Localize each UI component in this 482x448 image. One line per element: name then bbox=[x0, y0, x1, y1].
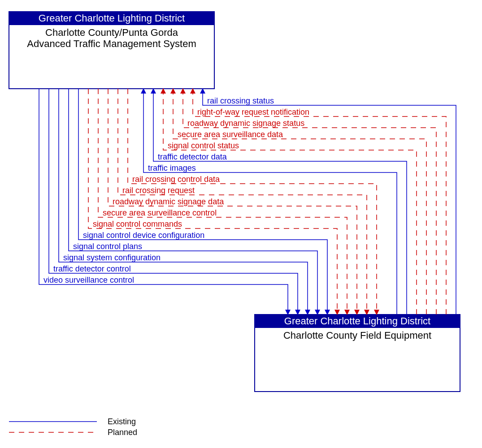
legend-planned-label: Planned bbox=[108, 428, 137, 437]
flow-label: rail crossing status bbox=[207, 96, 274, 105]
top-entity-header: Greater Charlotte Lighting District bbox=[39, 13, 185, 24]
flow-label: signal control plans bbox=[73, 242, 142, 251]
bottom-entity-header: Greater Charlotte Lighting District bbox=[284, 315, 430, 327]
legend-existing-label: Existing bbox=[108, 417, 136, 426]
top-entity-body-line1: Charlotte County/Punta Gorda bbox=[45, 27, 178, 38]
bottom-entity-box: Greater Charlotte Lighting District Char… bbox=[255, 314, 460, 392]
flow-label: traffic detector data bbox=[158, 152, 227, 161]
flow-label: roadway dynamic signage status bbox=[187, 119, 304, 128]
flow-label: roadway dynamic signage data bbox=[113, 197, 224, 206]
flow-label: video surveillance control bbox=[43, 276, 134, 284]
legend: Existing Planned bbox=[9, 417, 137, 437]
top-entity-body-line2: Advanced Traffic Management System bbox=[27, 38, 196, 49]
flow-label: secure area surveillance control bbox=[103, 208, 217, 217]
flow-label: signal control commands bbox=[93, 220, 182, 228]
flow-label: signal control device configuration bbox=[83, 231, 204, 240]
top-entity-box: Greater Charlotte Lighting District Char… bbox=[9, 12, 214, 89]
flow-label: rail crossing request bbox=[122, 186, 195, 195]
flow-label: right-of-way request notification bbox=[197, 108, 309, 116]
flow-label: secure area surveillance data bbox=[178, 130, 283, 139]
flow-label: traffic detector control bbox=[53, 264, 131, 273]
flow-label: traffic images bbox=[148, 164, 196, 172]
diagram-canvas: Greater Charlotte Lighting District Char… bbox=[0, 0, 482, 448]
flow-lines-group: rail crossing statusright-of-way request… bbox=[39, 89, 456, 314]
flow-label: rail crossing control data bbox=[132, 175, 220, 184]
bottom-entity-body: Charlotte County Field Equipment bbox=[283, 330, 431, 341]
flow-label: signal system configuration bbox=[63, 253, 161, 262]
flow-label: signal control status bbox=[168, 141, 239, 150]
